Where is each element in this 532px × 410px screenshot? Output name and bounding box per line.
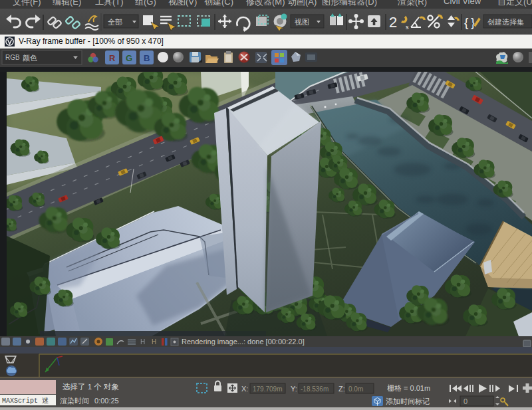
svg-text:添加时间标记: 添加时间标记	[386, 397, 430, 405]
svg-text:R: R	[109, 53, 116, 63]
svg-text:Rendering image...: done [00:0: Rendering image...: done [00:00:22.0]	[182, 338, 305, 346]
svg-text:0.0m: 0.0m	[348, 385, 363, 393]
svg-text:栅格 = 0.01m: 栅格 = 0.01m	[387, 384, 430, 392]
svg-text:创建选择集: 创建选择集	[487, 18, 524, 26]
svg-text:Z:: Z:	[338, 385, 345, 393]
svg-text:s: s	[406, 24, 409, 31]
svg-text:颜色: 颜色	[23, 54, 37, 62]
svg-text:0: 0	[464, 397, 467, 405]
svg-text:{: {	[464, 15, 469, 29]
svg-text:179.709m: 179.709m	[253, 385, 282, 393]
svg-text:}: }	[471, 15, 475, 29]
svg-text:视图: 视图	[295, 18, 309, 26]
svg-text:RGB: RGB	[5, 54, 20, 61]
svg-text:G: G	[126, 53, 132, 63]
svg-text:0:00:25: 0:00:25	[94, 397, 119, 405]
svg-text:渲染时间: 渲染时间	[60, 397, 89, 405]
svg-text:-18.536m: -18.536m	[301, 385, 329, 393]
svg-text:全部: 全部	[108, 18, 122, 26]
svg-text:H: H	[140, 338, 145, 346]
svg-text:H: H	[152, 338, 156, 346]
svg-text:X:: X:	[241, 385, 248, 393]
svg-text:选择了 1 个 对象: 选择了 1 个 对象	[63, 383, 119, 391]
svg-text:Y:: Y:	[291, 385, 297, 393]
svg-text:MAXScript 迷: MAXScript 迷	[2, 397, 49, 405]
svg-text:B: B	[144, 53, 150, 63]
svg-text:2: 2	[389, 14, 397, 31]
